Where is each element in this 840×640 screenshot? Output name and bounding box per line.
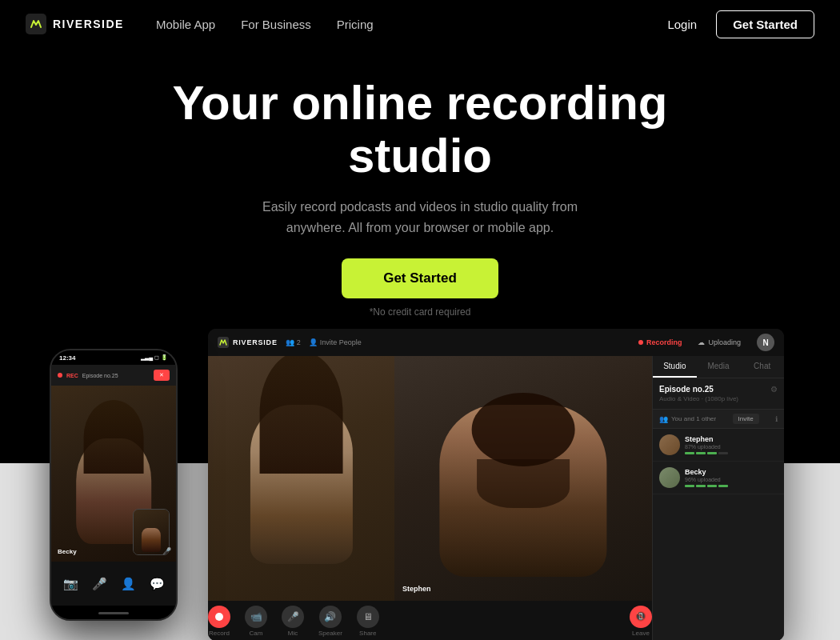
product-area: RIVERSIDE 👥 2 👤 Invite People Recording … — [0, 329, 840, 640]
mic-button[interactable]: 🎤 Mic — [282, 606, 304, 637]
tab-studio[interactable]: Studio — [653, 356, 697, 378]
topbar-recording-status: Recording — [638, 338, 682, 346]
desktop-sidebar: Studio Media Chat Episode no.25 ⚙ Audio … — [652, 356, 784, 640]
episode-title: Episode no.25 — [659, 385, 714, 394]
participant-item-stephen: Stephen 87% uploaded — [653, 429, 784, 462]
video-grid: Stephen — [208, 356, 652, 601]
stephen-upload-bar — [685, 452, 778, 454]
mobile-bottom-controls: 📷 🎤 👤 💬 — [51, 562, 176, 606]
leave-button[interactable]: 📵 Leave — [630, 606, 652, 637]
mobile-episode: Episode no.25 — [82, 373, 118, 378]
mobile-chat-button[interactable]: 💬 — [150, 577, 165, 591]
hero-subtitle: Easily record podcasts and videos in stu… — [252, 197, 588, 238]
stephen-name: Stephen — [685, 435, 778, 443]
topbar-logo: RIVERSIDE — [218, 337, 278, 348]
episode-info: Episode no.25 ⚙ Audio & Video · (1080p l… — [653, 378, 784, 410]
nav-link-mobile-app[interactable]: Mobile App — [156, 18, 215, 31]
mobile-mic-button[interactable]: 🎤 — [92, 577, 107, 591]
stephen-label: Stephen — [402, 585, 431, 593]
nav-link-pricing[interactable]: Pricing — [337, 18, 374, 31]
topbar-uploading-status: ☁ Uploading — [698, 338, 741, 346]
recording-dot — [638, 340, 643, 345]
hero-cta-button[interactable]: Get Started — [342, 258, 498, 298]
tab-media[interactable]: Media — [697, 356, 741, 378]
tab-chat[interactable]: Chat — [740, 356, 784, 378]
video-person-stephen — [394, 356, 652, 601]
nav-link-for-business[interactable]: For Business — [241, 18, 311, 31]
share-button[interactable]: 🖥 Share — [357, 606, 379, 637]
stephen-info: Stephen 87% uploaded — [685, 435, 778, 454]
participant-item-becky: Becky 96% uploaded — [653, 462, 784, 494]
participants-header: 👥 You and 1 other Invite ℹ — [653, 410, 784, 429]
settings-icon[interactable]: ⚙ — [770, 385, 778, 394]
becky-info: Becky 96% uploaded — [685, 468, 778, 487]
speaker-button[interactable]: 🔊 Speaker — [318, 606, 342, 637]
mobile-rec-dot — [58, 373, 62, 378]
mobile-end-call-button[interactable]: ✕ — [154, 370, 170, 381]
topbar-people-count: 👥 2 — [286, 338, 301, 346]
nav-logo: RIVERSIDE — [26, 14, 124, 34]
cam-button[interactable]: 📹 Cam — [245, 606, 267, 637]
mobile-video-area: Becky 🎤 — [51, 386, 176, 562]
mobile-status-icons: ▂▃▄ ◻ 🔋 — [141, 354, 168, 361]
mobile-people-button[interactable]: 👤 — [121, 577, 136, 591]
invite-button[interactable]: Invite — [733, 414, 759, 424]
topbar-brand: RIVERSIDE — [233, 338, 278, 346]
home-bar — [98, 612, 129, 614]
mobile-time: 12:34 — [59, 354, 75, 362]
mobile-mockup: 12:34 ▂▃▄ ◻ 🔋 REC Episode no.25 ✕ — [50, 349, 178, 621]
desktop-mockup: RIVERSIDE 👥 2 👤 Invite People Recording … — [208, 329, 784, 640]
nav-brand-name: RIVERSIDE — [53, 18, 124, 30]
info-icon: ℹ — [775, 415, 778, 423]
becky-name: Becky — [685, 468, 778, 476]
mobile-camera-button[interactable]: 📷 — [63, 577, 78, 591]
hero-note: *No credit card required — [16, 306, 824, 318]
nav-links: Mobile App For Business Pricing — [156, 18, 667, 31]
mobile-status-bar: 12:34 ▂▃▄ ◻ 🔋 — [51, 350, 176, 365]
topbar-invite[interactable]: 👤 Invite People — [309, 338, 362, 346]
desktop-topbar: RIVERSIDE 👥 2 👤 Invite People Recording … — [208, 329, 784, 356]
riverside-logo-icon — [30, 18, 42, 30]
mobile-mic-indicator: 🎤 — [162, 547, 171, 555]
login-link[interactable]: Login — [667, 18, 697, 31]
topbar-user-avatar: N — [757, 334, 774, 351]
stephen-role: 87% uploaded — [685, 444, 778, 450]
becky-role: 96% uploaded — [685, 477, 778, 482]
becky-upload-bar — [685, 485, 778, 487]
becky-avatar — [659, 467, 680, 488]
mobile-app-header: REC Episode no.25 ✕ — [51, 365, 176, 386]
desktop-video-area: Stephen Record 📹 Cam — [208, 356, 652, 640]
record-button[interactable]: Record — [208, 606, 230, 637]
mobile-guest-label: Becky — [58, 548, 77, 555]
hero-title: Your online recording studio — [100, 77, 740, 182]
navbar: RIVERSIDE Mobile App For Business Pricin… — [0, 0, 840, 48]
desktop-content: Stephen Record 📹 Cam — [208, 356, 784, 640]
mobile-rec-label: REC — [66, 373, 78, 378]
nav-get-started-button[interactable]: Get Started — [716, 10, 814, 38]
stephen-avatar — [659, 434, 680, 455]
video-left — [208, 356, 394, 601]
video-person-becky — [208, 356, 394, 601]
nav-actions: Login Get Started — [667, 10, 814, 38]
mobile-home-indicator — [51, 606, 176, 620]
topbar-logo-icon — [218, 337, 229, 348]
hero-section: Your online recording studio Easily reco… — [0, 48, 840, 318]
desktop-controls: Record 📹 Cam 🎤 Mic 🔊 Speaker — [208, 601, 652, 640]
episode-subtitle: Audio & Video · (1080p live) — [659, 395, 778, 402]
sidebar-tabs: Studio Media Chat — [653, 356, 784, 378]
nav-logo-icon — [26, 14, 46, 34]
participants-count: You and 1 other — [671, 415, 716, 422]
video-right: Stephen — [394, 356, 652, 601]
